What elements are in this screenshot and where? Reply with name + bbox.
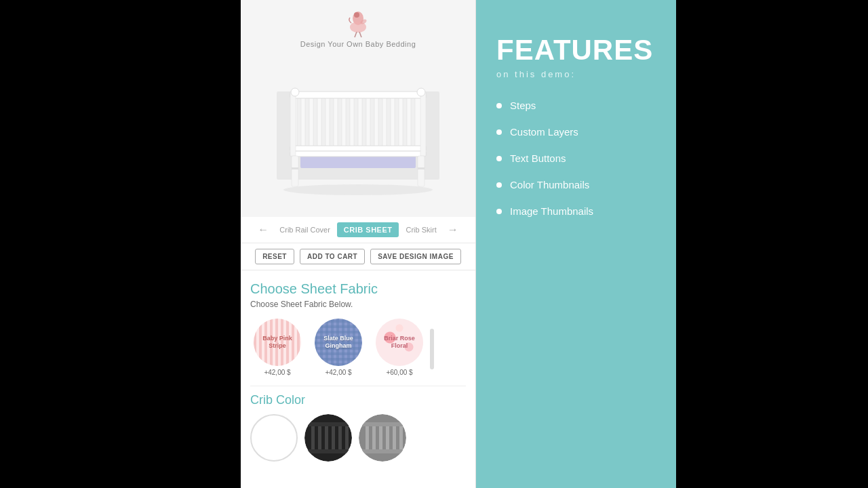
feature-item-custom-layers: Custom Layers [496,126,656,138]
svg-rect-50 [393,424,396,451]
brand-tagline: Design Your Own Baby Bedding [300,40,416,48]
svg-rect-29 [420,92,426,156]
svg-rect-33 [418,167,425,169]
crib-color-title: Crib Color [250,393,466,407]
svg-rect-16 [354,95,358,149]
color-option-white[interactable] [250,414,298,462]
fabric-option-gingham[interactable]: Slate Blue Gingham +42,00 $ [311,319,366,376]
svg-rect-17 [362,95,366,149]
fabric-swatch-floral: Briar Rose Floral [376,319,423,366]
fabric-option-pink-stripe[interactable]: Baby Pink Stripe +42,00 $ [250,319,304,376]
feature-bullet-steps [496,103,502,108]
save-design-button[interactable]: SAVE DESIGN IMAGE [370,249,461,264]
feature-item-color-thumbnails: Color Thumbnails [496,179,656,190]
add-to-cart-button[interactable]: ADD TO CART [300,249,365,264]
scroll-indicator [430,329,434,369]
feature-item-steps: Steps [496,100,656,111]
sheet-fabric-section: Choose Sheet Fabric Choose Sheet Fabric … [250,281,466,379]
features-panel: FEATURES on this demo: Steps Custom Laye… [476,0,676,488]
tab-crib-rail-cover[interactable]: Crib Rail Cover [273,222,337,237]
svg-rect-11 [313,95,317,149]
fabric-option-floral[interactable]: Briar Rose Floral +60,00 $ [372,319,427,376]
fabric-price-pink: +42,00 $ [264,369,290,376]
svg-line-4 [355,32,357,37]
product-image-area: Design Your Own Baby Bedding [241,0,475,217]
tab-crib-sheet[interactable]: CRIB SHEET [337,222,399,237]
svg-rect-47 [372,424,376,451]
svg-rect-28 [290,92,296,156]
left-black-panel [0,0,241,488]
svg-rect-13 [330,95,334,149]
feature-item-text-buttons: Text Buttons [496,152,656,164]
svg-rect-14 [338,95,342,149]
features-title: FEATURES [496,34,656,66]
svg-rect-23 [411,95,415,149]
svg-rect-20 [387,95,391,149]
svg-rect-46 [366,424,369,451]
svg-rect-52 [362,422,403,426]
feature-label-custom-layers: Custom Layers [510,126,578,138]
navigation-tabs: ← Crib Rail Cover CRIB SHEET Crib Skirt … [241,217,475,243]
brand-logo [338,8,378,39]
fabric-options-list: Baby Pink Stripe +42,00 $ Slate Blue Gin… [250,319,427,376]
svg-line-5 [359,32,361,37]
svg-rect-30 [292,156,298,186]
fabric-label-pink: Baby Pink Stripe [254,332,301,352]
svg-rect-22 [403,95,407,149]
svg-rect-31 [418,156,425,186]
section-divider [250,386,466,386]
svg-rect-12 [321,95,326,149]
svg-rect-15 [346,95,350,149]
svg-rect-38 [318,424,321,451]
svg-rect-53 [362,449,403,453]
fabric-swatch-gingham: Slate Blue Gingham [315,319,362,366]
crib-color-section: Crib Color [250,393,466,462]
prev-arrow[interactable]: ← [254,222,273,237]
svg-rect-40 [332,424,335,451]
feature-bullet-image-thumbnails [496,209,502,214]
svg-rect-32 [292,167,298,169]
svg-point-35 [417,88,425,96]
svg-point-3 [354,12,359,18]
color-option-dark[interactable] [304,414,352,462]
logo-area: Design Your Own Baby Bedding [300,0,416,51]
feature-bullet-custom-layers [496,129,502,135]
svg-rect-18 [370,95,374,149]
svg-rect-19 [378,95,382,149]
color-option-gray[interactable] [359,414,406,462]
feature-item-image-thumbnails: Image Thumbnails [496,205,656,217]
options-panel: Choose Sheet Fabric Choose Sheet Fabric … [241,270,475,488]
feature-label-steps: Steps [510,100,536,111]
svg-rect-10 [305,95,309,149]
svg-rect-9 [297,95,301,149]
svg-rect-49 [386,424,389,451]
crib-illustration [263,51,453,200]
fabric-label-floral: Briar Rose Floral [376,332,423,352]
svg-rect-27 [290,151,426,157]
tab-crib-skirt[interactable]: Crib Skirt [399,222,443,237]
svg-rect-39 [325,424,328,451]
feature-bullet-color-thumbnails [496,182,502,188]
main-content: Design Your Own Baby Bedding [241,0,676,488]
svg-rect-42 [345,424,349,451]
feature-label-image-thumbnails: Image Thumbnails [510,205,593,217]
sheet-fabric-title: Choose Sheet Fabric [250,281,466,297]
features-subtitle: on this demo: [496,69,656,79]
svg-point-6 [283,184,433,195]
svg-rect-21 [395,95,399,149]
svg-rect-24 [290,92,426,98]
feature-label-text-buttons: Text Buttons [510,152,566,164]
reset-button[interactable]: RESET [255,249,294,264]
action-buttons-row: RESET ADD TO CART SAVE DESIGN IMAGE [241,243,475,270]
svg-rect-37 [311,424,315,451]
svg-rect-48 [379,424,382,451]
feature-label-color-thumbnails: Color Thumbnails [510,179,589,190]
fabric-swatch-pink-stripe: Baby Pink Stripe [254,319,301,366]
right-black-panel [676,0,868,488]
next-arrow[interactable]: → [443,222,462,237]
svg-rect-43 [308,422,349,426]
svg-rect-25 [290,146,426,151]
svg-rect-41 [338,424,342,451]
fabric-price-floral: +60,00 $ [386,369,412,376]
product-panel: Design Your Own Baby Bedding [241,0,476,488]
